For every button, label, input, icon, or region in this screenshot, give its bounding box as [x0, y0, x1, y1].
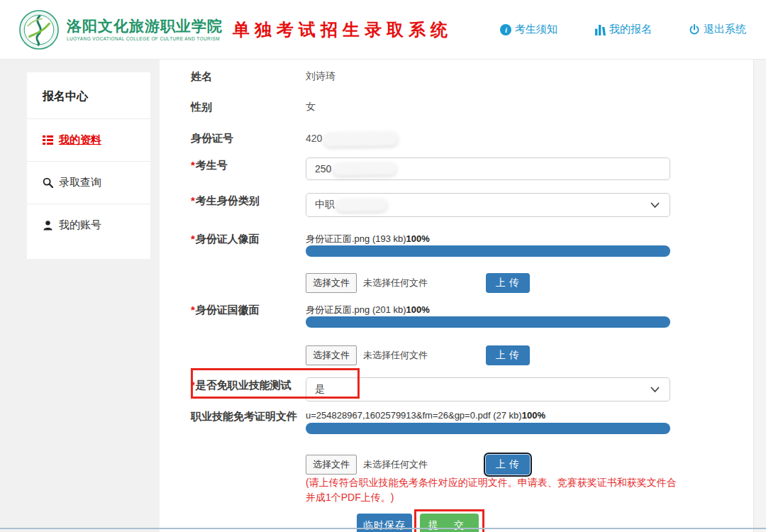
nav-logout[interactable]: 退出系统	[689, 23, 746, 36]
field-identity-category: *考生身份类别 中职	[174, 193, 753, 217]
skill-exempt-text: 是	[315, 383, 325, 396]
choose-file-button[interactable]: 选择文件	[306, 273, 357, 293]
sidebar-title: 报名中心	[27, 72, 150, 119]
header: 洛阳文化旅游职业学院 LUOYANG VOCATIONAL COLLEGE OF…	[0, 0, 766, 60]
nav-label: 退出系统	[704, 23, 746, 36]
file-input-row: 选择文件 未选择任何文件 上传	[306, 454, 670, 475]
field-id-back: *身份证国徽面 身份证反面.png (201 kb)100% 选择文件 未选择任…	[174, 302, 753, 365]
file-name: u=254828967,1602579913&fm=26&gp=0.pdf (2…	[306, 410, 522, 421]
field-label-text: 考生号	[196, 159, 228, 171]
no-file-text: 未选择任何文件	[363, 458, 428, 471]
choose-file-button[interactable]: 选择文件	[306, 455, 357, 475]
upload-button[interactable]: 上传	[486, 345, 530, 365]
sidebar-item-label: 录取查询	[59, 176, 101, 189]
upload-note: (请上传符合职业技能免考条件对应的证明文件。申请表、竞赛获奖证书和获奖文件合并成…	[306, 475, 677, 505]
nav-my-application[interactable]: 我的报名	[594, 23, 652, 36]
exam-number-input[interactable]: 250	[306, 157, 670, 180]
temp-save-button[interactable]: 临时保存	[357, 514, 412, 532]
progress-bar	[306, 245, 670, 257]
search-icon	[43, 177, 53, 188]
field-label: 姓名	[174, 69, 306, 83]
gender-value: 女	[306, 99, 670, 113]
progress-percent: 100%	[406, 233, 430, 244]
redaction-blur	[336, 198, 387, 211]
field-label: *考生身份类别	[174, 193, 306, 217]
upload-status: 身份证正面.png (193 kb)100%	[306, 233, 670, 245]
field-label-text: 是否免职业技能测试	[196, 379, 292, 391]
progress-percent: 100%	[406, 304, 430, 315]
field-skill-exempt: *是否免职业技能测试 是	[174, 377, 753, 401]
submit-button[interactable]: 提 交	[420, 514, 479, 532]
progress-bar	[306, 316, 670, 328]
college-logo-icon	[18, 9, 60, 50]
sidebar: 报名中心 我的资料 录取	[27, 72, 150, 259]
field-label-text: 身份证人像面	[196, 233, 260, 245]
field-label-text: 身份证国徽面	[196, 304, 260, 316]
bottom-divider	[0, 528, 766, 529]
field-gender: 性别 女	[174, 99, 753, 113]
power-icon	[689, 24, 700, 35]
system-title: 单独考试招生录取系统	[233, 18, 453, 41]
name-value: 刘诗琦	[306, 69, 670, 83]
college-name-block: 洛阳文化旅游职业学院 LUOYANG VOCATIONAL COLLEGE OF…	[67, 18, 223, 41]
field-exempt-file: 职业技能免考证明文件 u=254828967,1602579913&fm=26&…	[174, 409, 753, 505]
header-nav: i 考生须知 我的报名 退出系统	[500, 23, 746, 36]
redaction-blur	[323, 131, 398, 147]
sidebar-item-label: 我的账号	[59, 218, 101, 232]
file-name: 身份证正面.png (193 kb)	[306, 233, 406, 244]
field-label: *身份证国徽面	[174, 302, 306, 365]
upload-button-focused[interactable]: 上传	[486, 455, 530, 475]
required-asterisk: *	[191, 159, 195, 171]
nav-candidate-notice[interactable]: i 考生须知	[500, 23, 557, 36]
progress-bar	[306, 423, 670, 434]
college-name: 洛阳文化旅游职业学院	[67, 18, 223, 34]
skill-exempt-select[interactable]: 是	[306, 377, 670, 401]
field-id-front: *身份证人像面 身份证正面.png (193 kb)100% 选择文件 未选择任…	[174, 231, 753, 293]
field-label: *考生号	[174, 157, 306, 180]
field-id-number: 身份证号 420	[174, 131, 753, 145]
field-label: *身份证人像面	[174, 231, 306, 293]
identity-category-text: 中职	[315, 199, 335, 211]
page: 洛阳文化旅游职业学院 LUOYANG VOCATIONAL COLLEGE OF…	[0, 0, 766, 532]
list-icon	[43, 135, 53, 145]
id-number-value: 420	[306, 131, 670, 145]
field-label: *是否免职业技能测试	[174, 377, 306, 401]
nav-label: 考生须知	[515, 23, 557, 36]
file-name: 身份证反面.png (201 kb)	[306, 304, 406, 315]
nav-label: 我的报名	[609, 23, 652, 36]
scrollbar-track[interactable]	[753, 60, 766, 532]
bar-chart-icon	[594, 24, 606, 35]
identity-category-select[interactable]: 中职	[306, 193, 670, 217]
redaction-blur	[333, 162, 396, 176]
info-icon: i	[500, 24, 511, 35]
sidebar-column: 报名中心 我的资料 录取	[0, 60, 160, 532]
sidebar-item-my-profile[interactable]: 我的资料	[27, 119, 150, 162]
exempt-file-upload: u=254828967,1602579913&fm=26&gp=0.pdf (2…	[306, 409, 670, 505]
chevron-down-icon	[650, 387, 660, 393]
sidebar-item-label: 我的资料	[59, 133, 101, 147]
profile-form: 姓名 刘诗琦 性别 女 身份证号 420 *考生号 250	[160, 60, 753, 532]
file-input-row: 选择文件 未选择任何文件 上传	[306, 272, 670, 293]
file-input-row: 选择文件 未选择任何文件 上传	[306, 345, 670, 365]
no-file-text: 未选择任何文件	[363, 349, 428, 362]
field-exam-number: *考生号 250	[174, 157, 753, 180]
field-label-text: 考生身份类别	[196, 194, 260, 206]
chevron-down-icon	[650, 202, 660, 209]
upload-status: u=254828967,1602579913&fm=26&gp=0.pdf (2…	[306, 410, 670, 423]
field-label: 身份证号	[174, 131, 306, 145]
field-label: 职业技能免考证明文件	[174, 409, 306, 505]
choose-file-button[interactable]: 选择文件	[306, 345, 357, 365]
id-back-upload: 身份证反面.png (201 kb)100% 选择文件 未选择任何文件 上传	[306, 302, 670, 365]
body-layout: 报名中心 我的资料 录取	[0, 60, 766, 532]
required-asterisk: *	[191, 233, 195, 245]
upload-status: 身份证反面.png (201 kb)100%	[306, 304, 670, 316]
sidebar-item-admission-query[interactable]: 录取查询	[27, 162, 150, 204]
upload-button[interactable]: 上传	[486, 273, 530, 293]
required-asterisk: *	[191, 304, 195, 316]
field-label: 性别	[174, 99, 306, 113]
required-asterisk: *	[191, 379, 195, 391]
sidebar-item-my-account[interactable]: 我的账号	[27, 204, 150, 259]
id-front-upload: 身份证正面.png (193 kb)100% 选择文件 未选择任何文件 上传	[306, 231, 670, 293]
no-file-text: 未选择任何文件	[363, 277, 428, 289]
required-asterisk: *	[191, 194, 195, 206]
